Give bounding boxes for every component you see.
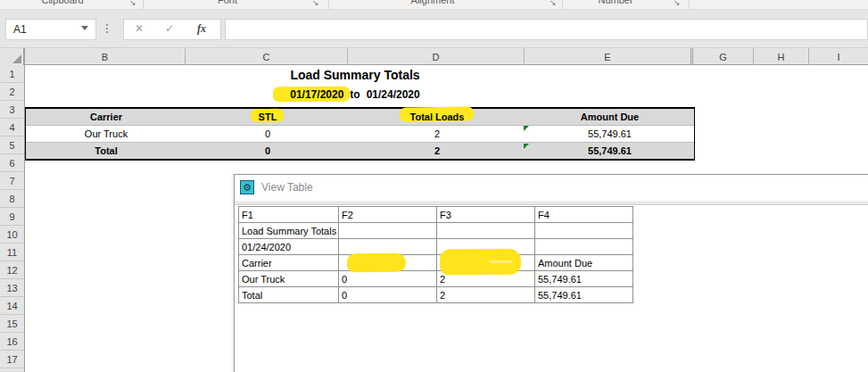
ribbon-separator bbox=[143, 0, 144, 9]
name-box[interactable]: A1 bbox=[5, 19, 96, 40]
vt-header-row: F1 F2 F3 F4 bbox=[239, 207, 633, 223]
column-headers: B C D E G H I bbox=[0, 48, 868, 65]
row-header-5[interactable]: 5 bbox=[0, 136, 24, 154]
cell-stl[interactable]: 0 bbox=[186, 128, 349, 139]
error-indicator-triangle-icon bbox=[524, 126, 529, 131]
vt-cell[interactable]: Total bbox=[239, 287, 339, 303]
redaction-marker bbox=[347, 253, 406, 273]
summary-table: Carrier STL Total Loads Amount Due Our T… bbox=[25, 107, 695, 161]
ribbon-group-number: Number bbox=[598, 0, 632, 6]
cell-loads[interactable]: 2 bbox=[349, 128, 525, 139]
vt-cell[interactable] bbox=[535, 239, 633, 255]
row-header-17[interactable]: 17 bbox=[0, 351, 24, 368]
vt-cell[interactable]: 01/24/2020 bbox=[239, 239, 339, 255]
redaction-marker bbox=[440, 249, 521, 276]
summary-data-row: Our Truck 0 2 55,749.61 bbox=[26, 126, 694, 143]
row-header-6[interactable]: 6 bbox=[0, 154, 24, 172]
name-box-value: A1 bbox=[13, 23, 27, 36]
name-box-dropdown-icon[interactable] bbox=[81, 26, 88, 30]
alignment-dialog-launcher-icon[interactable]: ↘ bbox=[550, 0, 557, 7]
row-header-10[interactable]: 10 bbox=[0, 226, 24, 244]
column-header-D[interactable]: D bbox=[348, 48, 525, 65]
vt-cell[interactable] bbox=[339, 239, 437, 255]
cancel-button[interactable]: ✕ bbox=[135, 22, 144, 35]
vt-cell[interactable] bbox=[339, 223, 437, 239]
cell-total-stl[interactable]: 0 bbox=[186, 145, 349, 156]
cell-carrier[interactable]: Our Truck bbox=[26, 128, 186, 139]
column-header-E[interactable]: E bbox=[525, 48, 693, 65]
vt-cell[interactable]: 2 bbox=[437, 287, 535, 303]
vt-row-ourtruck: Our Truck 0 2 55,749.61 bbox=[239, 271, 633, 287]
column-header-B[interactable]: B bbox=[25, 48, 186, 65]
cell-total-label[interactable]: Total bbox=[26, 145, 186, 156]
clipboard-dialog-launcher-icon[interactable]: ↘ bbox=[129, 0, 136, 7]
row-header-7[interactable]: 7 bbox=[0, 172, 24, 190]
vt-cell[interactable]: Our Truck bbox=[239, 271, 339, 287]
cell-amount[interactable]: 55,749.61 bbox=[525, 128, 694, 139]
row-header-15[interactable]: 15 bbox=[0, 315, 24, 333]
row-header-1[interactable]: 1 bbox=[0, 65, 24, 83]
dialog-titlebar[interactable]: ⚙ View Table bbox=[235, 175, 868, 201]
insert-function-button[interactable]: fx bbox=[197, 22, 206, 36]
number-dialog-launcher-icon[interactable]: ↘ bbox=[674, 0, 681, 7]
row-header-11[interactable]: 11 bbox=[0, 244, 24, 261]
column-header-C[interactable]: C bbox=[186, 48, 348, 65]
excel-window: Clipboard Font Alignment Number ↘ ↘ ↘ ↘ … bbox=[0, 0, 868, 372]
header-cell-total-loads[interactable]: Total Loads bbox=[349, 112, 525, 122]
row-header-partial[interactable] bbox=[0, 368, 24, 372]
vt-cell[interactable]: 0 bbox=[339, 271, 437, 287]
font-dialog-launcher-icon[interactable]: ↘ bbox=[312, 0, 319, 7]
row-header-9[interactable]: 9 bbox=[0, 208, 24, 226]
ribbon-group-alignment: Alignment bbox=[411, 0, 455, 6]
summary-header-row: Carrier STL Total Loads Amount Due bbox=[26, 109, 694, 126]
row-header-8[interactable]: 8 bbox=[0, 190, 24, 208]
row-header-2[interactable]: 2 bbox=[0, 83, 24, 101]
view-table-grid: F1 F2 F3 F4 Load Summary Totals 01/24/20… bbox=[238, 206, 633, 303]
vt-col-header-f2[interactable]: F2 bbox=[339, 207, 437, 223]
vt-col-header-f3[interactable]: F3 bbox=[437, 207, 535, 223]
dialog-separator bbox=[235, 201, 868, 205]
header-cell-carrier[interactable]: Carrier bbox=[26, 112, 186, 122]
row-header-13[interactable]: 13 bbox=[0, 279, 24, 297]
column-header-H[interactable]: H bbox=[754, 48, 809, 65]
row-header-14[interactable]: 14 bbox=[0, 297, 24, 315]
vt-row-title: Load Summary Totals bbox=[239, 223, 633, 239]
vt-cell[interactable]: 55,749.61 bbox=[535, 287, 633, 303]
cell-total-amount[interactable]: 55,749.61 bbox=[525, 145, 694, 156]
formula-input[interactable] bbox=[225, 19, 868, 40]
report-date-range: 01/17/2020to01/24/2020 bbox=[186, 88, 525, 101]
vt-cell[interactable] bbox=[535, 223, 633, 239]
select-all-triangle-icon bbox=[12, 54, 21, 63]
vt-cell[interactable]: Load Summary Totals bbox=[239, 223, 339, 239]
vt-col-header-f4[interactable]: F4 bbox=[535, 207, 633, 223]
formula-bar-drag-handle-icon[interactable] bbox=[106, 24, 108, 33]
vt-cell[interactable]: 55,749.61 bbox=[535, 271, 633, 287]
row-header-4[interactable]: 4 bbox=[0, 119, 24, 136]
column-header-I[interactable]: I bbox=[809, 48, 868, 65]
vt-cell[interactable]: Carrier bbox=[239, 255, 339, 271]
vt-col-header-f1[interactable]: F1 bbox=[239, 207, 339, 223]
enter-button[interactable]: ✓ bbox=[165, 22, 174, 35]
row-header-12[interactable]: 12 bbox=[0, 261, 24, 279]
report-title: Load Summary Totals bbox=[186, 68, 525, 82]
header-cell-amount-due[interactable]: Amount Due bbox=[525, 112, 694, 122]
row-header-16[interactable]: 16 bbox=[0, 333, 24, 351]
ribbon-separator bbox=[689, 0, 690, 9]
date-from: 01/17/2020 bbox=[290, 88, 343, 101]
date-range-word: to bbox=[350, 88, 360, 101]
vt-row-total: Total 0 2 55,749.61 bbox=[239, 287, 633, 303]
column-header-G[interactable]: G bbox=[693, 48, 754, 65]
ribbon-group-clipboard: Clipboard bbox=[41, 0, 83, 6]
date-to: 01/24/2020 bbox=[367, 88, 420, 101]
select-all-corner[interactable] bbox=[0, 48, 25, 65]
vt-cell[interactable]: Amount Due bbox=[535, 255, 633, 271]
vt-cell[interactable] bbox=[437, 223, 535, 239]
view-table-gear-icon: ⚙ bbox=[240, 180, 254, 194]
ribbon-group-font: Font bbox=[218, 0, 237, 6]
dialog-title: View Table bbox=[261, 181, 313, 194]
row-headers: 1 2 3 4 5 6 7 8 9 10 11 12 13 14 15 16 1… bbox=[0, 65, 25, 372]
cell-total-loads[interactable]: 2 bbox=[349, 145, 525, 156]
header-cell-stl[interactable]: STL bbox=[186, 112, 349, 122]
vt-cell[interactable]: 0 bbox=[339, 287, 437, 303]
row-header-3[interactable]: 3 bbox=[0, 101, 24, 119]
